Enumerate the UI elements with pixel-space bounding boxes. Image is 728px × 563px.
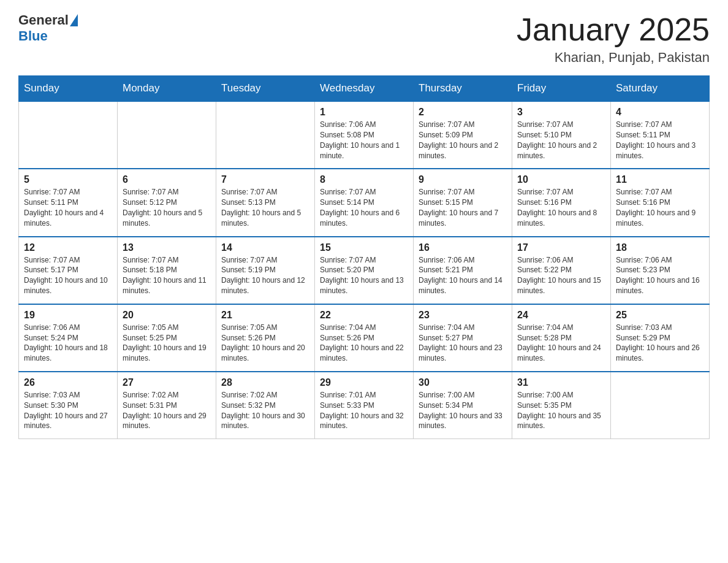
week-row-2: 5Sunrise: 7:07 AMSunset: 5:11 PMDaylight… [19, 169, 710, 236]
day-cell [19, 101, 118, 169]
day-cell: 28Sunrise: 7:02 AMSunset: 5:32 PMDayligh… [216, 372, 315, 439]
header-row: SundayMondayTuesdayWednesdayThursdayFrid… [19, 76, 710, 102]
col-header-saturday: Saturday [611, 76, 710, 102]
col-header-tuesday: Tuesday [216, 76, 315, 102]
day-info: Sunrise: 7:02 AMSunset: 5:32 PMDaylight:… [221, 390, 309, 431]
day-cell: 30Sunrise: 7:00 AMSunset: 5:34 PMDayligh… [414, 372, 512, 439]
day-cell: 1Sunrise: 7:06 AMSunset: 5:08 PMDaylight… [315, 101, 414, 169]
day-info: Sunrise: 7:07 AMSunset: 5:16 PMDaylight:… [616, 187, 704, 228]
day-info: Sunrise: 7:04 AMSunset: 5:26 PMDaylight:… [320, 323, 408, 364]
day-cell: 22Sunrise: 7:04 AMSunset: 5:26 PMDayligh… [315, 304, 414, 372]
day-number: 7 [221, 174, 309, 185]
week-row-3: 12Sunrise: 7:07 AMSunset: 5:17 PMDayligh… [19, 237, 710, 304]
day-cell: 14Sunrise: 7:07 AMSunset: 5:19 PMDayligh… [216, 237, 315, 304]
day-info: Sunrise: 7:07 AMSunset: 5:17 PMDaylight:… [24, 255, 112, 296]
day-number: 23 [419, 310, 507, 321]
day-info: Sunrise: 7:07 AMSunset: 5:15 PMDaylight:… [419, 187, 507, 228]
day-number: 2 [419, 107, 507, 118]
page-header: General Blue January 2025 Kharian, Punja… [18, 12, 710, 66]
day-cell: 31Sunrise: 7:00 AMSunset: 5:35 PMDayligh… [512, 372, 611, 439]
day-info: Sunrise: 7:07 AMSunset: 5:16 PMDaylight:… [517, 187, 605, 228]
day-info: Sunrise: 7:06 AMSunset: 5:21 PMDaylight:… [419, 255, 507, 296]
day-cell: 25Sunrise: 7:03 AMSunset: 5:29 PMDayligh… [611, 304, 710, 372]
day-number: 31 [517, 377, 605, 388]
day-info: Sunrise: 7:05 AMSunset: 5:25 PMDaylight:… [123, 323, 211, 364]
day-info: Sunrise: 7:03 AMSunset: 5:29 PMDaylight:… [616, 323, 704, 364]
day-info: Sunrise: 7:00 AMSunset: 5:35 PMDaylight:… [517, 390, 605, 431]
day-number: 24 [517, 310, 605, 321]
day-cell: 12Sunrise: 7:07 AMSunset: 5:17 PMDayligh… [19, 237, 118, 304]
day-cell [611, 372, 710, 439]
day-cell: 15Sunrise: 7:07 AMSunset: 5:20 PMDayligh… [315, 237, 414, 304]
day-info: Sunrise: 7:07 AMSunset: 5:09 PMDaylight:… [419, 120, 507, 161]
day-number: 16 [419, 242, 507, 253]
day-number: 13 [123, 242, 211, 253]
title-block: January 2025 Kharian, Punjab, Pakistan [517, 12, 710, 66]
logo-blue-text: Blue [18, 28, 48, 44]
day-number: 26 [24, 377, 112, 388]
logo-triangle-icon [70, 14, 78, 26]
day-info: Sunrise: 7:05 AMSunset: 5:26 PMDaylight:… [221, 323, 309, 364]
day-cell: 26Sunrise: 7:03 AMSunset: 5:30 PMDayligh… [19, 372, 118, 439]
day-number: 17 [517, 242, 605, 253]
day-info: Sunrise: 7:07 AMSunset: 5:19 PMDaylight:… [221, 255, 309, 296]
day-info: Sunrise: 7:07 AMSunset: 5:11 PMDaylight:… [616, 120, 704, 161]
day-info: Sunrise: 7:06 AMSunset: 5:08 PMDaylight:… [320, 120, 408, 161]
logo-general-text: General [18, 12, 69, 28]
day-number: 3 [517, 107, 605, 118]
day-cell: 29Sunrise: 7:01 AMSunset: 5:33 PMDayligh… [315, 372, 414, 439]
day-number: 19 [24, 310, 112, 321]
day-number: 10 [517, 174, 605, 185]
day-cell: 24Sunrise: 7:04 AMSunset: 5:28 PMDayligh… [512, 304, 611, 372]
calendar-table: SundayMondayTuesdayWednesdayThursdayFrid… [18, 75, 710, 439]
day-number: 20 [123, 310, 211, 321]
day-info: Sunrise: 7:01 AMSunset: 5:33 PMDaylight:… [320, 390, 408, 431]
day-info: Sunrise: 7:02 AMSunset: 5:31 PMDaylight:… [123, 390, 211, 431]
day-info: Sunrise: 7:06 AMSunset: 5:24 PMDaylight:… [24, 323, 112, 364]
day-cell: 13Sunrise: 7:07 AMSunset: 5:18 PMDayligh… [118, 237, 216, 304]
day-cell: 23Sunrise: 7:04 AMSunset: 5:27 PMDayligh… [414, 304, 512, 372]
col-header-sunday: Sunday [19, 76, 118, 102]
day-info: Sunrise: 7:03 AMSunset: 5:30 PMDaylight:… [24, 390, 112, 431]
day-cell: 2Sunrise: 7:07 AMSunset: 5:09 PMDaylight… [414, 101, 512, 169]
day-cell: 6Sunrise: 7:07 AMSunset: 5:12 PMDaylight… [118, 169, 216, 236]
day-cell: 27Sunrise: 7:02 AMSunset: 5:31 PMDayligh… [118, 372, 216, 439]
col-header-monday: Monday [118, 76, 216, 102]
logo: General Blue [18, 12, 79, 44]
day-cell: 8Sunrise: 7:07 AMSunset: 5:14 PMDaylight… [315, 169, 414, 236]
day-cell: 17Sunrise: 7:06 AMSunset: 5:22 PMDayligh… [512, 237, 611, 304]
day-info: Sunrise: 7:04 AMSunset: 5:28 PMDaylight:… [517, 323, 605, 364]
day-number: 5 [24, 174, 112, 185]
day-cell: 9Sunrise: 7:07 AMSunset: 5:15 PMDaylight… [414, 169, 512, 236]
day-cell [216, 101, 315, 169]
day-number: 12 [24, 242, 112, 253]
day-number: 4 [616, 107, 704, 118]
day-cell [118, 101, 216, 169]
day-number: 22 [320, 310, 408, 321]
day-cell: 19Sunrise: 7:06 AMSunset: 5:24 PMDayligh… [19, 304, 118, 372]
day-cell: 21Sunrise: 7:05 AMSunset: 5:26 PMDayligh… [216, 304, 315, 372]
day-info: Sunrise: 7:06 AMSunset: 5:23 PMDaylight:… [616, 255, 704, 296]
day-info: Sunrise: 7:07 AMSunset: 5:12 PMDaylight:… [123, 187, 211, 228]
day-cell: 3Sunrise: 7:07 AMSunset: 5:10 PMDaylight… [512, 101, 611, 169]
day-number: 29 [320, 377, 408, 388]
month-title: January 2025 [517, 12, 710, 47]
day-info: Sunrise: 7:00 AMSunset: 5:34 PMDaylight:… [419, 390, 507, 431]
day-info: Sunrise: 7:04 AMSunset: 5:27 PMDaylight:… [419, 323, 507, 364]
day-info: Sunrise: 7:07 AMSunset: 5:18 PMDaylight:… [123, 255, 211, 296]
day-number: 27 [123, 377, 211, 388]
day-cell: 4Sunrise: 7:07 AMSunset: 5:11 PMDaylight… [611, 101, 710, 169]
day-info: Sunrise: 7:07 AMSunset: 5:10 PMDaylight:… [517, 120, 605, 161]
week-row-5: 26Sunrise: 7:03 AMSunset: 5:30 PMDayligh… [19, 372, 710, 439]
day-info: Sunrise: 7:07 AMSunset: 5:13 PMDaylight:… [221, 187, 309, 228]
day-number: 21 [221, 310, 309, 321]
day-number: 28 [221, 377, 309, 388]
day-cell: 7Sunrise: 7:07 AMSunset: 5:13 PMDaylight… [216, 169, 315, 236]
location-title: Kharian, Punjab, Pakistan [517, 50, 710, 66]
day-number: 1 [320, 107, 408, 118]
day-number: 25 [616, 310, 704, 321]
day-info: Sunrise: 7:07 AMSunset: 5:14 PMDaylight:… [320, 187, 408, 228]
day-cell: 20Sunrise: 7:05 AMSunset: 5:25 PMDayligh… [118, 304, 216, 372]
week-row-1: 1Sunrise: 7:06 AMSunset: 5:08 PMDaylight… [19, 101, 710, 169]
day-number: 14 [221, 242, 309, 253]
